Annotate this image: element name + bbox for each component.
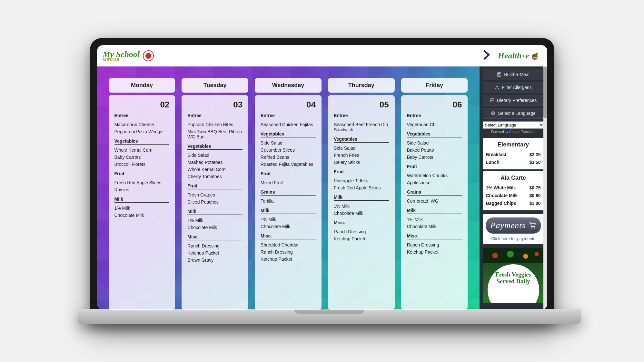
menu-item[interactable]: Ranch Dressing — [334, 228, 389, 235]
menu-item[interactable]: Brown Gravy — [187, 256, 243, 264]
menu-item[interactable]: 1% Milk — [334, 203, 389, 210]
menu-item[interactable]: Tortilla — [261, 197, 316, 205]
sidebar-button-filter-allergens[interactable]: Filter Allergens — [483, 82, 544, 93]
menu-item[interactable]: Chocolate Milk — [114, 212, 170, 219]
section-divider — [407, 137, 462, 137]
menu-item[interactable]: Baby Carrots — [114, 154, 170, 161]
menu-item[interactable]: Macaroni & Cheese — [114, 121, 170, 128]
menu-item[interactable]: Side Salad — [407, 139, 462, 146]
day-header[interactable]: Tuesday — [182, 78, 248, 93]
healthe-logo[interactable]: Health·e PRO — [498, 51, 540, 61]
sidebar-button-build-a-meal[interactable]: Build-a-Meal — [483, 69, 544, 80]
svg-point-8 — [500, 75, 500, 75]
app-header: My School MENUS Health·e PRO — [97, 45, 547, 66]
price-value: $0.75 — [529, 185, 540, 190]
menu-item[interactable]: Mini Twin BBQ Beef Rib on WG Bun — [187, 128, 243, 140]
laptop-notch — [294, 309, 365, 314]
menu-item[interactable]: Mashed Potatoes — [187, 159, 243, 166]
menu-item[interactable]: Baked Potato — [407, 146, 462, 154]
weekly-menu-grid: Monday02EntreeMacaroni & CheesePepperoni… — [97, 66, 480, 310]
app-screen: My School MENUS Health·e PRO Monday02Ent… — [97, 45, 547, 310]
menu-section-title: Vegetables — [261, 131, 316, 137]
day-date: 02 — [114, 100, 170, 110]
svg-point-6 — [498, 75, 499, 75]
menu-item[interactable]: Cornbread, WG — [407, 197, 462, 205]
menu-item[interactable]: 1% Milk — [407, 216, 462, 223]
sidebar-button-dietary-preferences[interactable]: Dietary Preferences — [483, 95, 544, 106]
section-divider — [334, 226, 389, 226]
svg-rect-12 — [497, 87, 497, 88]
menu-item[interactable]: Chocolate Milk — [187, 224, 243, 231]
section-divider — [114, 119, 170, 119]
price-label: Lunch — [486, 160, 500, 165]
menu-item[interactable]: Whole Kernal Corn — [187, 166, 243, 173]
menu-item[interactable]: Cucumber Slices — [261, 146, 316, 154]
day-header[interactable]: Monday — [109, 78, 175, 93]
menu-item[interactable]: Whole Kernal Corn — [114, 146, 170, 154]
menu-item[interactable]: Side Salad — [187, 152, 243, 159]
menu-item[interactable]: Ranch Dressing — [261, 248, 316, 256]
menu-item[interactable]: Pepperoni Pizza Wedge — [114, 128, 170, 135]
menu-item[interactable]: Baby Carrots — [407, 154, 462, 161]
menu-item[interactable]: Ketchup Packet — [261, 256, 316, 263]
svg-text:PRO: PRO — [532, 56, 537, 58]
menu-section-title: Misc. — [407, 233, 462, 239]
menu-item[interactable]: Ranch Dressing — [407, 241, 462, 248]
menu-item[interactable]: Seasoned Chicken Fajitas — [261, 121, 316, 128]
menu-item[interactable]: Fresh Red Apple Slices — [114, 179, 170, 186]
menu-item[interactable]: Broccoli Florets — [114, 161, 170, 168]
menu-item[interactable]: French Fries — [334, 152, 389, 159]
day-column: Tuesday03EntreePopcorn Chicken BitesMini… — [182, 78, 248, 310]
menu-item[interactable]: 1% Milk — [114, 205, 170, 212]
menu-item[interactable]: 1% Milk — [187, 217, 243, 224]
payments-button[interactable]: Payments — [486, 217, 541, 234]
payments-link[interactable]: Click here for payments — [486, 236, 541, 241]
menu-section-title: Entree — [114, 113, 170, 119]
menu-item[interactable]: Raisins — [114, 186, 170, 193]
day-body: 05EntreeSeasoned Beef French Dip Sandwic… — [328, 95, 395, 310]
menu-item[interactable]: Celery Sticks — [334, 159, 389, 166]
menu-item[interactable]: Roasted Fajita Vegetables — [261, 161, 316, 168]
menu-item[interactable]: Fresh Red Apple Slices — [334, 184, 389, 191]
menu-item[interactable]: Ketchup Packet — [407, 248, 462, 256]
menu-item[interactable]: Refried Beans — [261, 154, 316, 161]
menu-item[interactable]: Ketchup Packet — [187, 249, 243, 256]
menu-item[interactable]: Pineapple Tidbits — [334, 177, 389, 184]
menu-item[interactable]: Applesauce — [407, 179, 462, 186]
menu-item[interactable]: Chocolate Milk — [334, 210, 389, 217]
menu-item[interactable]: Fresh Grapes — [187, 191, 243, 198]
day-body: 03EntreePopcorn Chicken BitesMini Twin B… — [182, 95, 248, 310]
menu-item[interactable]: Side Salad — [261, 139, 316, 146]
sidebar-button-label: Filter Allergens — [502, 85, 532, 90]
scrollbar[interactable] — [543, 66, 547, 310]
menu-section-title: Fruit — [334, 169, 389, 175]
menu-item[interactable]: Side Salad — [334, 145, 389, 152]
day-header[interactable]: Friday — [401, 78, 468, 93]
menu-item[interactable]: Chocolate Milk — [407, 223, 462, 230]
day-column: Monday02EntreeMacaroni & CheesePepperoni… — [109, 78, 175, 310]
sidebar-button-select-a-language[interactable]: Select a Language — [483, 108, 544, 119]
next-week-button[interactable] — [483, 49, 490, 63]
menu-item[interactable]: Vegetarian Chili — [407, 121, 462, 128]
menu-item[interactable]: Sliced Peaches — [187, 198, 243, 206]
menu-item[interactable]: Seasoned Beef French Dip Sandwich — [334, 121, 389, 133]
menu-item[interactable]: Chocolate Milk — [261, 223, 316, 230]
menu-section-title: Milk — [261, 208, 316, 214]
veggies-image — [483, 248, 544, 263]
menu-item[interactable]: Popcorn Chicken Bites — [187, 121, 243, 128]
menu-item[interactable]: Ketchup Packet — [334, 235, 389, 242]
language-select[interactable]: Select Language — [483, 121, 544, 129]
day-header[interactable]: Wednesday — [255, 78, 322, 93]
menu-item[interactable]: 1% Milk — [261, 216, 316, 223]
day-header[interactable]: Thursday — [328, 78, 395, 93]
menu-item[interactable]: Shredded Cheddar — [261, 241, 316, 248]
menu-item[interactable]: Cherry Tomatoes — [187, 173, 243, 180]
price-value: $0.80 — [529, 193, 540, 198]
scrollbar-thumb[interactable] — [543, 66, 547, 118]
menu-item[interactable]: Watermelon Chunks — [407, 172, 462, 179]
menu-item[interactable]: Mixed Fruit — [261, 179, 316, 186]
warning-icon — [495, 85, 499, 90]
price-label: 1% White Milk — [486, 185, 516, 190]
menu-item[interactable]: Ranch Dressing — [187, 242, 243, 249]
app-logo[interactable]: My School MENUS — [103, 50, 154, 62]
